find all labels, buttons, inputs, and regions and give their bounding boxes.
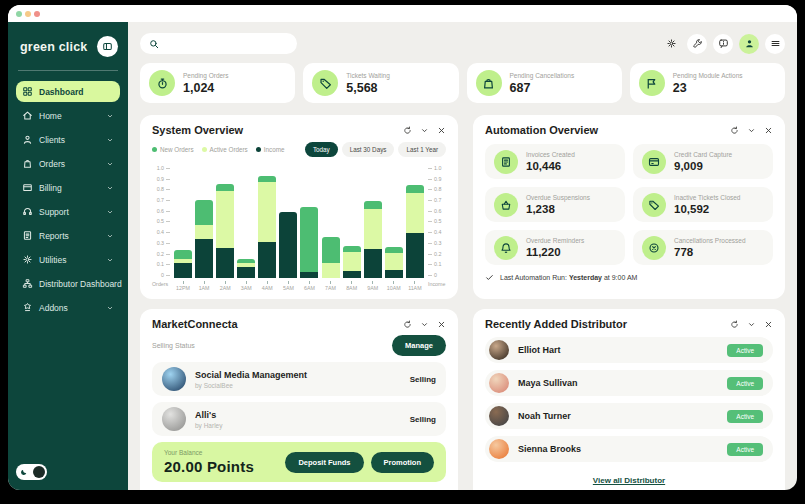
market-item-status: Selling — [410, 415, 436, 424]
sidebar-item-distributor-dashboard[interactable]: Distributor Dashboard — [16, 273, 120, 294]
distributor-row[interactable]: Sienna BrooksActive — [485, 436, 773, 462]
market-item-name: Social Media Management — [195, 370, 307, 380]
distributor-row[interactable]: Noah TurnerActive — [485, 403, 773, 429]
close-icon[interactable] — [764, 126, 773, 135]
automation-tile: Credit Card Capture9,009 — [633, 144, 773, 179]
y-tick: 0.3 — [157, 241, 170, 246]
tab-today[interactable]: Today — [305, 142, 338, 157]
product-avatar — [162, 407, 186, 431]
addons-icon — [22, 302, 33, 313]
darkmode-toggle[interactable] — [16, 464, 47, 480]
sidebar-item-home[interactable]: Home — [16, 105, 120, 126]
chart-segment — [195, 200, 213, 226]
settings-button[interactable] — [661, 34, 681, 54]
y-tick: 0.4 — [428, 230, 446, 235]
status-badge[interactable]: Active — [727, 410, 763, 423]
sidebar-item-label: Reports — [39, 231, 69, 241]
tile-label: Overdue Suspensions — [526, 194, 590, 201]
market-item[interactable]: Alli'sby HarleySelling — [152, 402, 446, 436]
tools-button[interactable] — [687, 34, 707, 54]
chart-bar-5am — [279, 212, 297, 278]
chevron-down-icon[interactable] — [747, 320, 756, 329]
sidebar-item-reports[interactable]: Reports — [16, 225, 120, 246]
tick-dash — [428, 232, 432, 233]
tab-last-30-days[interactable]: Last 30 Days — [342, 142, 395, 157]
chart-segment — [385, 270, 403, 278]
orders-icon — [22, 158, 33, 169]
stat-card: Pending Orders1,024 — [140, 63, 295, 103]
status-badge[interactable]: Active — [727, 377, 763, 390]
tile-text: Cancellations Processed778 — [674, 237, 746, 258]
automation-tile: Overdue Reminders11,220 — [485, 230, 625, 265]
chart-segment — [406, 193, 424, 233]
panel-distributors: Recently Added Distributor Elliot HartAc… — [473, 309, 785, 490]
y-tick: 1.0 — [157, 166, 170, 171]
distributor-row[interactable]: Maya SullivanActive — [485, 370, 773, 396]
manage-button[interactable]: Manage — [392, 335, 446, 356]
x-tick-label: 4AM — [258, 281, 276, 291]
search-bar[interactable] — [140, 33, 297, 54]
close-icon[interactable] — [764, 320, 773, 329]
y-tick: 0.4 — [157, 230, 170, 235]
menu-button[interactable] — [765, 34, 785, 54]
market-item-name: Alli's — [195, 410, 222, 420]
sidebar-collapse-button[interactable] — [97, 36, 118, 57]
sidebar-item-label: Billing — [39, 183, 62, 193]
status-badge[interactable]: Active — [727, 443, 763, 456]
sidebar-item-label: Dashboard — [39, 87, 83, 97]
tab-last-1-year[interactable]: Last 1 Year — [398, 142, 446, 157]
refresh-icon[interactable] — [403, 320, 412, 329]
close-icon[interactable] — [437, 126, 446, 135]
view-all-link[interactable]: View all Distributor — [593, 476, 665, 485]
traffic-lights[interactable] — [16, 11, 40, 17]
sidebar-item-orders[interactable]: Orders — [16, 153, 120, 174]
toggle-knob — [33, 466, 45, 478]
profile-button[interactable] — [739, 34, 759, 54]
market-item[interactable]: Social Media Managementby SocialBeeSelli… — [152, 362, 446, 396]
promotion-button[interactable]: Promotion — [371, 452, 435, 473]
market-items: Social Media Managementby SocialBeeSelli… — [152, 362, 446, 436]
chart-segment — [216, 248, 234, 278]
deposit-funds-button[interactable]: Deposit Funds — [285, 452, 363, 473]
stat-value: 1,024 — [183, 81, 229, 95]
y-tick: 0.6 — [428, 209, 446, 214]
dashboard-icon — [22, 86, 33, 97]
chart-segment — [300, 272, 318, 278]
chart-segment — [385, 247, 403, 254]
chevron-down-icon[interactable] — [420, 126, 429, 135]
basket-icon — [500, 199, 512, 211]
chevron-down-icon[interactable] — [747, 126, 756, 135]
refresh-icon[interactable] — [403, 126, 412, 135]
window-dot[interactable] — [34, 11, 40, 17]
tile-label: Credit Card Capture — [674, 151, 732, 158]
sidebar-item-addons[interactable]: Addons — [16, 297, 120, 318]
chart-segment — [237, 267, 255, 278]
sidebar-item-dashboard[interactable]: Dashboard — [16, 81, 120, 102]
distributor-row[interactable]: Elliot HartActive — [485, 337, 773, 363]
sidebar-item-utilities[interactable]: Utilities — [16, 249, 120, 270]
feedback-button[interactable] — [713, 34, 733, 54]
status-badge[interactable]: Active — [727, 344, 763, 357]
chart-segment — [322, 237, 340, 264]
window-dot[interactable] — [25, 11, 31, 17]
chart-segment — [258, 182, 276, 242]
sidebar-item-support[interactable]: Support — [16, 201, 120, 222]
sidebar-item-clients[interactable]: Clients — [16, 129, 120, 150]
last-updated-text: Last Updated: 4 hours ago — [152, 489, 446, 490]
chevron-down-icon — [106, 256, 114, 264]
legend-item: Income — [256, 146, 285, 153]
tag-icon — [648, 199, 660, 211]
refresh-icon[interactable] — [730, 320, 739, 329]
legend-item: Active Orders — [202, 146, 248, 153]
menu-icon — [770, 38, 781, 49]
tile-value: 10,446 — [526, 160, 575, 172]
chevron-down-icon[interactable] — [420, 320, 429, 329]
user-icon — [744, 38, 755, 49]
refresh-icon[interactable] — [730, 126, 739, 135]
window-dot[interactable] — [16, 11, 22, 17]
search-input[interactable] — [165, 39, 288, 49]
y-tick: 0.3 — [428, 241, 446, 246]
sidebar-item-billing[interactable]: Billing — [16, 177, 120, 198]
close-icon[interactable] — [437, 320, 446, 329]
app-window: green click DashboardHomeClientsOrdersBi… — [8, 5, 797, 490]
